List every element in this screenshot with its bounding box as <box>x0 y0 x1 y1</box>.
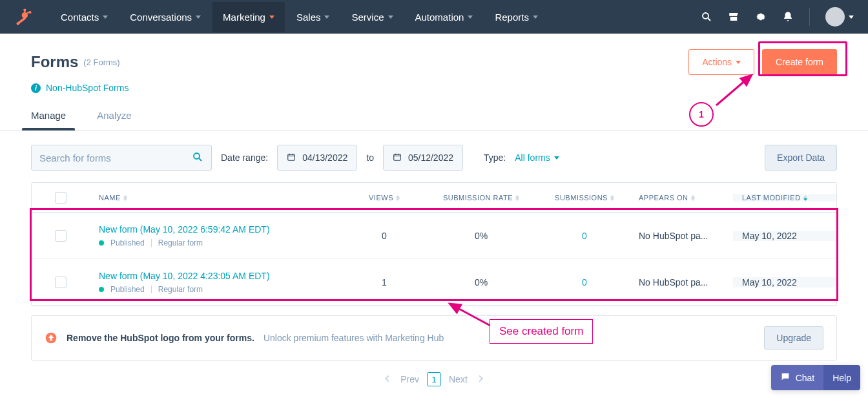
chevron-down-icon <box>269 16 274 19</box>
upgrade-button[interactable]: Upgrade <box>764 326 823 350</box>
type-label: Type: <box>484 152 506 163</box>
nav-right <box>701 7 854 26</box>
top-navbar: Contacts Conversations Marketing Sales S… <box>0 0 868 34</box>
page-number[interactable]: 1 <box>427 372 441 386</box>
submission-rate-cell: 0% <box>423 277 539 288</box>
page-title: Forms <box>31 53 78 71</box>
row-checkbox[interactable] <box>55 277 67 288</box>
tabs: Manage Analyze <box>0 105 868 131</box>
submissions-link[interactable]: 0 <box>582 231 587 241</box>
nav-conversations[interactable]: Conversations <box>119 2 211 32</box>
info-link-text: Non-HubSpot Forms <box>46 83 129 93</box>
calendar-icon <box>393 152 402 163</box>
date-to-label: to <box>366 152 374 163</box>
forms-table: NAME VIEWS SUBMISSION RATE SUBMISSIONS A… <box>31 182 837 306</box>
calendar-icon <box>287 152 296 163</box>
views-cell: 1 <box>346 277 423 288</box>
svg-rect-7 <box>288 154 295 160</box>
nav-marketing[interactable]: Marketing <box>212 2 285 32</box>
row-checkbox[interactable] <box>55 230 67 242</box>
svg-rect-5 <box>730 17 738 21</box>
svg-point-4 <box>703 13 708 19</box>
appears-on-cell: No HubSpot pa... <box>630 231 733 241</box>
col-submissions[interactable]: SUBMISSIONS <box>539 194 630 202</box>
search-icon[interactable] <box>701 11 712 23</box>
chevron-down-icon <box>554 156 559 160</box>
svg-rect-8 <box>394 154 401 160</box>
submission-rate-cell: 0% <box>423 231 539 241</box>
svg-point-1 <box>17 22 20 25</box>
upsell-banner: Remove the HubSpot logo from your forms.… <box>31 315 837 361</box>
nav-divider <box>809 8 810 26</box>
account-menu[interactable] <box>825 7 854 26</box>
nav-service[interactable]: Service <box>341 2 403 32</box>
search-forms-input-wrap[interactable] <box>31 145 212 171</box>
chat-icon <box>780 372 790 384</box>
col-appears-on[interactable]: APPEARS ON <box>630 194 733 202</box>
nav-automation[interactable]: Automation <box>405 2 484 32</box>
tab-manage[interactable]: Manage <box>31 105 66 130</box>
pagination: Prev 1 Next <box>31 372 837 386</box>
tab-analyze[interactable]: Analyze <box>97 105 131 130</box>
form-name-link[interactable]: New form (May 10, 2022 4:23:05 AM EDT) <box>99 271 336 281</box>
status-dot-icon <box>99 287 104 292</box>
upsell-title: Remove the HubSpot logo from your forms. <box>67 333 254 343</box>
appears-on-cell: No HubSpot pa... <box>630 277 733 288</box>
settings-icon[interactable] <box>755 11 767 23</box>
chevron-down-icon <box>533 16 538 19</box>
search-forms-input[interactable] <box>39 152 192 163</box>
col-name[interactable]: NAME <box>90 194 346 202</box>
export-data-button[interactable]: Export Data <box>765 145 837 171</box>
forms-count: (2 Forms) <box>83 58 119 67</box>
last-modified-cell: May 10, 2022 <box>733 277 836 288</box>
chevron-right-icon[interactable] <box>475 373 486 386</box>
page-content: Forms (2 Forms) Actions Create form i No… <box>0 34 868 386</box>
notifications-icon[interactable] <box>782 11 794 23</box>
non-hubspot-forms-link[interactable]: i Non-HubSpot Forms <box>31 83 837 93</box>
meta-divider <box>151 239 152 247</box>
chat-button[interactable]: Chat <box>771 365 824 390</box>
date-to-input[interactable]: 05/12/2022 <box>383 145 463 171</box>
annotation-label: See created form <box>490 319 593 344</box>
form-name-link[interactable]: New form (May 10, 2022 6:59:42 AM EDT) <box>99 224 336 235</box>
select-all-checkbox[interactable] <box>55 192 67 204</box>
chevron-down-icon <box>103 16 108 19</box>
chevron-left-icon[interactable] <box>382 373 393 386</box>
submissions-link[interactable]: 0 <box>582 277 587 288</box>
page-header: Forms (2 Forms) Actions Create form <box>31 49 837 75</box>
last-modified-cell: May 10, 2022 <box>733 231 836 241</box>
prev-button[interactable]: Prev <box>400 374 419 384</box>
actions-button[interactable]: Actions <box>688 49 754 75</box>
nav-items: Contacts Conversations Marketing Sales S… <box>50 2 548 32</box>
status-text: Published <box>110 238 145 247</box>
views-cell: 0 <box>346 231 423 241</box>
form-type: Regular form <box>158 238 203 247</box>
upgrade-arrow-icon <box>45 331 57 344</box>
info-icon: i <box>31 83 41 93</box>
avatar <box>825 7 845 26</box>
col-last-modified[interactable]: LAST MODIFIED <box>733 194 836 202</box>
nav-contacts[interactable]: Contacts <box>50 2 118 32</box>
create-form-button[interactable]: Create form <box>762 49 837 75</box>
search-icon <box>192 151 203 165</box>
nav-reports[interactable]: Reports <box>484 2 548 32</box>
form-type: Regular form <box>158 285 203 294</box>
chevron-down-icon <box>324 16 329 19</box>
upsell-subtitle: Unlock premium features with Marketing H… <box>264 333 444 343</box>
col-submission-rate[interactable]: SUBMISSION RATE <box>423 194 539 202</box>
date-from-input[interactable]: 04/13/2022 <box>277 145 357 171</box>
next-button[interactable]: Next <box>449 374 468 384</box>
annotation-step-number: 1 <box>689 102 714 127</box>
hubspot-logo-icon <box>14 8 32 26</box>
form-meta: Published Regular form <box>99 285 336 294</box>
meta-divider <box>151 286 152 293</box>
date-range-label: Date range: <box>221 152 268 163</box>
chevron-down-icon <box>468 16 473 19</box>
nav-sales[interactable]: Sales <box>286 2 340 32</box>
marketplace-icon[interactable] <box>728 11 739 23</box>
form-meta: Published Regular form <box>99 238 336 247</box>
help-button[interactable]: Help <box>823 365 860 390</box>
col-views[interactable]: VIEWS <box>346 194 423 202</box>
type-filter[interactable]: All forms <box>515 152 559 163</box>
table-row: New form (May 10, 2022 4:23:05 AM EDT) P… <box>32 259 836 306</box>
